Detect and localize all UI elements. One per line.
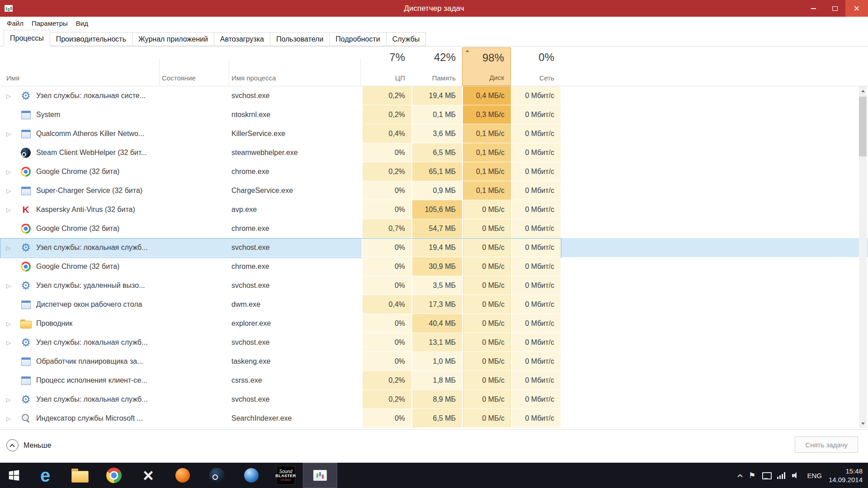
process-row[interactable]: Индексатор службы Microsoft ... SearchIn…	[0, 409, 868, 428]
network-status-icon[interactable]	[762, 472, 770, 479]
menu-item-1[interactable]: Файл	[3, 19, 28, 27]
expand-arrow-icon[interactable]	[6, 131, 11, 137]
tab-3[interactable]: Журнал приложений	[132, 32, 214, 46]
cpu-cell: 0%	[362, 238, 411, 257]
memory-cell: 6,5 МБ	[411, 143, 462, 162]
expand-arrow-icon[interactable]	[6, 188, 11, 194]
process-row[interactable]: Kaspersky Anti-Virus (32 бита) avp.exe 0…	[0, 200, 868, 219]
expand-arrow-icon[interactable]	[6, 169, 11, 175]
disk-cell: 0,1 МБ/с	[462, 143, 511, 162]
end-task-button[interactable]: Снять задачу	[795, 436, 858, 453]
cpu-total-percent: 7%	[362, 51, 405, 64]
tab-1[interactable]: Процессы	[4, 30, 50, 47]
taskbar-button-blue-app[interactable]	[234, 463, 269, 488]
process-name: Super-Charger Service (32 бита)	[36, 187, 142, 195]
taskbar-button-task-manager[interactable]	[303, 463, 337, 488]
memory-cell: 3,6 МБ	[411, 124, 462, 143]
taskbar-button-orange-app[interactable]	[165, 463, 200, 488]
scroll-down-button[interactable]	[859, 419, 867, 428]
column-header-name[interactable]: Имя	[6, 74, 19, 82]
column-header-cpu[interactable]: 7% ЦП	[362, 47, 411, 86]
memory-cell: 17,3 МБ	[411, 295, 462, 314]
blue-app-icon	[244, 468, 259, 483]
column-header-process[interactable]: Имя процесса	[231, 74, 276, 82]
start-button[interactable]	[0, 463, 28, 488]
expand-arrow-icon[interactable]	[6, 244, 11, 251]
column-divider	[360, 58, 361, 86]
memory-column-label: Память	[432, 74, 456, 82]
expand-arrow-icon[interactable]	[6, 339, 11, 346]
taskbar-button-app-x[interactable]	[131, 463, 165, 488]
close-icon	[854, 4, 860, 14]
process-row[interactable]: Обработчик планировщика за... taskeng.ex…	[0, 352, 868, 371]
restore-button[interactable]	[824, 0, 845, 17]
process-row[interactable]: Диспетчер окон рабочего стола dwm.exe 0,…	[0, 295, 868, 314]
network-cell: 0 Мбит/с	[511, 200, 561, 219]
process-row[interactable]: Qualcomm Atheros Killer Netwo... KillerS…	[0, 124, 868, 143]
expand-arrow-icon[interactable]	[6, 206, 11, 213]
expand-arrow-icon[interactable]	[6, 320, 11, 327]
screen: Диспетчер задач ФайлПараметрыВид Процесс…	[0, 0, 868, 488]
network-cell: 0 Мбит/с	[511, 257, 561, 276]
process-name: Kaspersky Anti-Virus (32 бита)	[36, 206, 135, 214]
process-row[interactable]: Проводник explorer.exe 0% 40,4 МБ 0 МБ/с…	[0, 314, 868, 333]
process-row[interactable]: Узел службы: локальная систе... svchost.…	[0, 86, 868, 105]
steam-icon	[209, 468, 225, 483]
disk-cell: 0 МБ/с	[462, 333, 511, 352]
chrome-icon	[20, 223, 32, 235]
taskbar-button-sound-blaster[interactable]: SoundBLASTERCINEMA	[269, 463, 303, 488]
minimize-button[interactable]	[803, 0, 824, 17]
process-row[interactable]: System ntoskrnl.exe 0,2% 0,1 МБ 0,3 МБ/с…	[0, 105, 868, 124]
action-center-flag-icon[interactable]	[749, 471, 755, 480]
services-gear-icon	[20, 242, 32, 253]
process-row[interactable]: Super-Charger Service (32 бита) ChargeSe…	[0, 181, 868, 200]
process-exe-name: chrome.exe	[231, 263, 269, 271]
cpu-cell: 0,7%	[362, 219, 411, 238]
scrollbar-thumb[interactable]	[859, 97, 867, 156]
expand-arrow-icon[interactable]	[6, 282, 11, 289]
expand-arrow-icon[interactable]	[6, 415, 11, 422]
taskbar-button-file-explorer[interactable]	[62, 463, 97, 488]
tab-4[interactable]: Автозагрузка	[214, 32, 270, 46]
tab-5[interactable]: Пользователи	[270, 32, 330, 46]
system-window-icon	[20, 299, 32, 310]
tab-7[interactable]: Службы	[386, 32, 426, 46]
tray-expand-chevron-icon[interactable]	[738, 474, 742, 477]
process-exe-name: KillerService.exe	[231, 130, 285, 138]
process-row[interactable]: Узел службы: локальная служб... svchost.…	[0, 238, 868, 257]
taskbar-button-steam[interactable]	[200, 463, 234, 488]
close-button[interactable]	[845, 0, 868, 17]
expand-arrow-icon[interactable]	[6, 93, 11, 99]
file-explorer-icon	[71, 469, 88, 482]
process-row[interactable]: Steam Client WebHelper (32 бит... steamw…	[0, 143, 868, 162]
column-header-disk[interactable]: 98% Диск	[462, 47, 511, 86]
disk-cell: 0 МБ/с	[462, 314, 511, 333]
taskbar-button-internet-explorer[interactable]	[28, 463, 62, 488]
menu-item-2[interactable]: Параметры	[28, 19, 72, 27]
process-row[interactable]: Узел службы: локальная служб... svchost.…	[0, 333, 868, 352]
column-header-memory[interactable]: 42% Память	[411, 47, 462, 86]
taskbar-button-chrome[interactable]	[97, 463, 131, 488]
process-row[interactable]: Google Chrome (32 бита) chrome.exe 0,7% …	[0, 219, 868, 238]
process-exe-name: svchost.exe	[231, 338, 269, 347]
process-row[interactable]: Процесс исполнения клиент-се... csrss.ex…	[0, 371, 868, 390]
expand-arrow-icon[interactable]	[6, 396, 11, 403]
menu-item-3[interactable]: Вид	[72, 19, 92, 27]
volume-icon[interactable]	[792, 472, 800, 479]
process-row[interactable]: Google Chrome (32 бита) chrome.exe 0,2% …	[0, 162, 868, 181]
process-row[interactable]: Google Chrome (32 бита) chrome.exe 0% 30…	[0, 257, 868, 276]
memory-cell: 13,1 МБ	[411, 333, 462, 352]
tab-2[interactable]: Производительность	[50, 32, 132, 46]
vertical-scrollbar[interactable]	[859, 86, 867, 428]
process-row[interactable]: Узел службы: удаленный вызо... svchost.e…	[0, 276, 868, 295]
process-row[interactable]: Узел службы: локальная служб... svchost.…	[0, 390, 868, 409]
column-header-network[interactable]: 0% Сеть	[511, 47, 561, 86]
services-gear-icon	[20, 90, 32, 102]
signal-strength-icon[interactable]	[777, 472, 785, 479]
language-indicator[interactable]: ENG	[807, 472, 822, 479]
scroll-up-button[interactable]	[859, 86, 867, 95]
column-header-status[interactable]: Состояние	[162, 74, 196, 82]
clock[interactable]: 15:48 14.09.2014	[829, 467, 863, 484]
tab-6[interactable]: Подробности	[329, 32, 386, 46]
fewer-details-toggle[interactable]: Меньше	[6, 439, 51, 451]
